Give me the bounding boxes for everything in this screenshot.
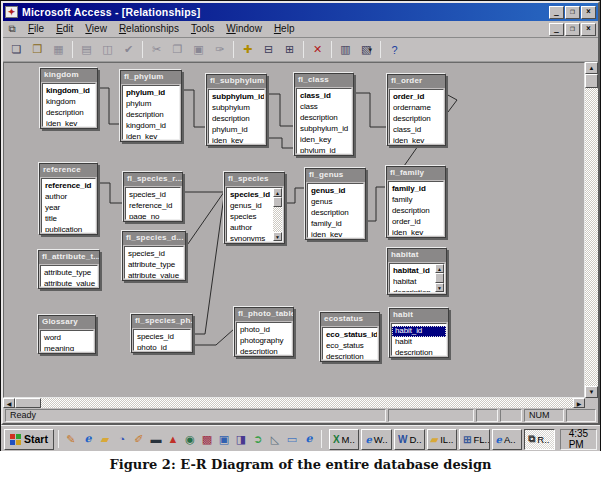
start-button[interactable]: Start — [4, 429, 54, 450]
entity-fl_genus[interactable]: fl_genusgenus_idgenusdescriptionfamily_i… — [305, 168, 366, 240]
field-class[interactable]: class — [297, 102, 351, 113]
entity-title[interactable]: fl_family — [387, 167, 445, 180]
show-direct-relationships-button[interactable]: ⊟ — [258, 40, 279, 60]
entity-fl_subphylum[interactable]: fl_subphylumsubphylum_idsubphylumdescrip… — [206, 74, 267, 146]
window-minimize-button[interactable]: _ — [549, 6, 564, 19]
entity-title[interactable]: fl_phylum — [121, 71, 181, 84]
field-phylum_id[interactable]: phylum_id — [297, 146, 351, 154]
entity-title[interactable]: reference — [40, 164, 97, 177]
title-bar[interactable]: ✦ Microsoft Access - [Relationships] _❐× — [3, 3, 598, 21]
field-genus_id[interactable]: genus_id — [227, 201, 273, 212]
field-iden_key[interactable]: iden_key — [209, 136, 264, 144]
ie2-icon[interactable]: e — [301, 431, 317, 447]
entity-title[interactable]: fl_subphylum — [207, 75, 266, 88]
entity-scroll-thumb[interactable] — [273, 197, 282, 207]
wordpad-icon[interactable]: ✎ — [63, 431, 79, 447]
field-subphylum_id[interactable]: subphylum_id — [209, 92, 264, 103]
field-family_id[interactable]: family_id — [308, 219, 363, 230]
print-button[interactable]: ▤ — [76, 40, 97, 60]
field-reference_id[interactable]: reference_id — [126, 201, 180, 212]
entity-title[interactable]: kingdom — [41, 69, 97, 82]
scroll-up-icon[interactable]: ▲ — [273, 188, 282, 197]
field-title[interactable]: title — [42, 214, 95, 225]
field-meaning[interactable]: meaning — [41, 344, 93, 352]
field-year[interactable]: year — [42, 203, 95, 214]
field-class_id[interactable]: class_id — [297, 91, 351, 102]
field-iden_key[interactable]: iden_key — [308, 230, 363, 238]
entity-scroll-thumb[interactable] — [435, 273, 444, 283]
menu-help[interactable]: Help — [268, 22, 301, 36]
entity-fl_species_ph[interactable]: fl_species_ph...species_idphoto_id — [131, 314, 193, 353]
field-synonyms[interactable]: synonyms — [227, 234, 273, 242]
field-order_id[interactable]: order_id — [390, 92, 443, 103]
field-species_id[interactable]: species_id — [125, 249, 183, 260]
relationship-line-fl_photo_table-fl_species_ph[interactable] — [193, 329, 234, 345]
field-species_id[interactable]: species_id — [126, 190, 180, 201]
screen-icon[interactable]: ▬ — [148, 431, 164, 447]
field-attribute_value[interactable]: attribute_value — [125, 271, 183, 279]
field-species_id[interactable]: species_id — [227, 190, 273, 201]
field-photo_id[interactable]: photo_id — [237, 325, 291, 336]
taskbar-button-FL[interactable]: ⊞FL.. — [459, 429, 490, 450]
field-subphylum[interactable]: subphylum — [209, 103, 264, 114]
entity-title[interactable]: habit — [390, 309, 448, 322]
ie-icon[interactable]: e — [80, 431, 96, 447]
entity-fl_phylum[interactable]: fl_phylumphylum_idphylumdescriptionkingd… — [120, 70, 182, 142]
field-iden_key[interactable]: iden_key — [43, 119, 95, 127]
tv-icon[interactable]: ◨ — [233, 431, 249, 447]
entity-fl_family[interactable]: fl_familyfamily_idfamilydescriptionorder… — [386, 166, 446, 238]
msn-icon[interactable]: ➲ — [250, 431, 266, 447]
entity-title[interactable]: fl_species_r... — [124, 173, 182, 186]
relationship-line-reference-fl_species_r[interactable] — [98, 183, 123, 203]
relationship-line-fl_order-fl_family[interactable] — [404, 146, 418, 166]
folder-icon[interactable]: ▰ — [97, 431, 113, 447]
child-window-restore-button[interactable]: ❐ — [565, 23, 580, 36]
child-window-close-button[interactable]: × — [581, 23, 596, 36]
taskbar-button-M[interactable]: XM.. — [329, 429, 360, 450]
field-description[interactable]: description — [237, 347, 291, 355]
entity-fl_species_r[interactable]: fl_species_r...species_idreference_idpag… — [123, 172, 183, 222]
field-iden_key[interactable]: iden_key — [123, 132, 179, 140]
field-habitat[interactable]: habitat — [390, 277, 435, 288]
entity-reference[interactable]: referencereference_idauthoryeartitlepubl… — [39, 163, 98, 235]
scroll-up-icon[interactable]: ▲ — [435, 264, 444, 273]
cd-player-icon[interactable]: ◉ — [182, 431, 198, 447]
field-phylum[interactable]: phylum — [123, 99, 179, 110]
format-painter-button[interactable]: ✑ — [209, 40, 230, 60]
entity-title[interactable]: ecostatus — [321, 313, 379, 326]
window-close-button[interactable]: × — [581, 6, 596, 19]
office-assistant-button[interactable]: ? — [384, 40, 405, 60]
field-author[interactable]: author — [227, 223, 273, 234]
entity-scrollbar[interactable]: ▲▼ — [435, 264, 444, 292]
entity-title[interactable]: Glossary — [39, 316, 95, 329]
field-kingdom[interactable]: kingdom — [43, 97, 95, 108]
field-habit_id[interactable]: habit_id — [392, 326, 446, 337]
taskbar-button-W[interactable]: eW.. — [361, 429, 392, 450]
relationships-diagram[interactable]: kingdomkingdom_idkingdomdescriptioniden_… — [3, 62, 585, 398]
field-description[interactable]: description — [43, 108, 95, 119]
relationships-window-icon[interactable]: ⧉ — [5, 23, 19, 35]
field-family[interactable]: family — [389, 195, 443, 206]
field-eco_status[interactable]: eco_status — [323, 341, 377, 352]
print-preview-button[interactable]: ◫ — [97, 40, 118, 60]
relationship-line-fl_species-fl_species_ph[interactable] — [193, 196, 224, 334]
entity-title[interactable]: fl_species — [225, 173, 284, 186]
field-kingdom_id[interactable]: kingdom_id — [123, 121, 179, 132]
field-author[interactable]: author — [42, 192, 95, 203]
menu-file[interactable]: File — [22, 22, 50, 36]
cut-button[interactable]: ✂ — [146, 40, 167, 60]
field-page_no[interactable]: page_no — [126, 212, 180, 220]
horizontal-scroll-thumb[interactable] — [15, 398, 41, 408]
menu-view[interactable]: View — [79, 22, 113, 36]
open-button[interactable]: ❒ — [27, 40, 48, 60]
new-button[interactable]: ❏ — [6, 40, 27, 60]
entity-fl_order[interactable]: fl_orderorder_idordernamedescriptionclas… — [387, 74, 446, 146]
entity-scrollbar[interactable]: ▲▼ — [273, 188, 282, 241]
field-phylum_id[interactable]: phylum_id — [209, 125, 264, 136]
entity-fl_species[interactable]: fl_speciesspecies_idgenus_idspeciesautho… — [224, 172, 285, 244]
relationship-line-fl_phylum-fl_subphylum[interactable] — [182, 90, 206, 127]
field-species_id[interactable]: species_id — [134, 332, 190, 343]
entity-title[interactable]: fl_attribute_t... — [39, 251, 99, 264]
field-eco_status_id[interactable]: eco_status_id — [323, 330, 377, 341]
field-description[interactable]: description — [392, 348, 446, 356]
